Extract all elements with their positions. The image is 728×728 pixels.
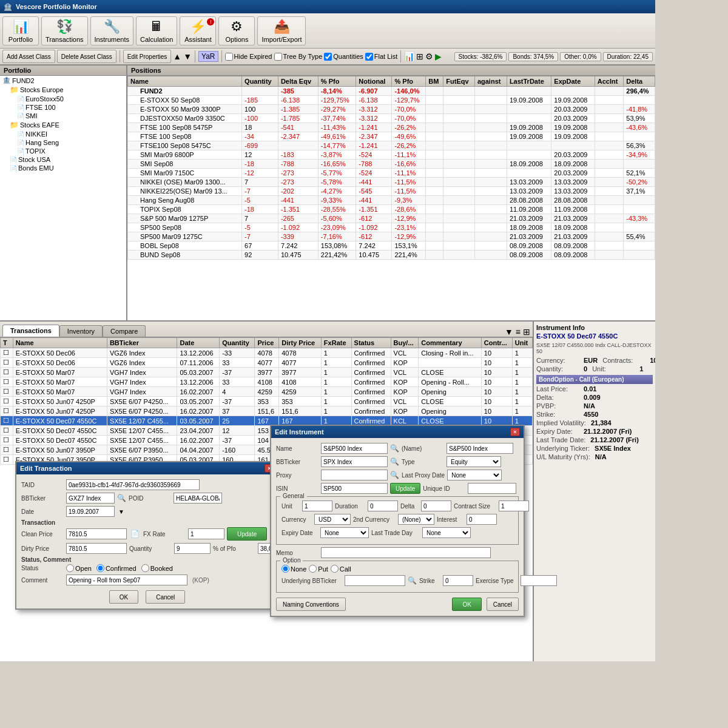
status-booked-option[interactable]: Booked bbox=[141, 564, 173, 572]
position-row[interactable]: FTSE 100 Sep08 5475P18-541-11,43%-1.241-… bbox=[128, 123, 655, 132]
underlying-search-btn[interactable]: 🔍 bbox=[408, 576, 417, 585]
status-open-radio[interactable] bbox=[66, 564, 74, 572]
tree-stocks-eafe[interactable]: 📁 Stocks EAFE bbox=[0, 120, 126, 130]
tcol-bbticker[interactable]: BBTicker bbox=[107, 338, 177, 348]
poid-input[interactable] bbox=[174, 493, 222, 504]
proxy-search-btn[interactable]: 🔍 bbox=[390, 471, 399, 479]
move-down-btn[interactable]: ▼ bbox=[183, 52, 192, 61]
duration-inst-input[interactable] bbox=[368, 500, 398, 511]
tree-by-type-checkbox[interactable] bbox=[274, 53, 282, 61]
expand-btn[interactable]: ⊞ bbox=[523, 327, 530, 337]
delete-asset-class-btn[interactable]: Delete Asset Class bbox=[57, 50, 116, 63]
tab-inventory[interactable]: Inventory bbox=[59, 325, 103, 337]
tcol-quantity[interactable]: Quantity bbox=[220, 338, 255, 348]
tcol-date[interactable]: Date bbox=[177, 338, 220, 348]
option-none-radio[interactable] bbox=[281, 565, 289, 573]
col-against[interactable]: against bbox=[474, 76, 507, 87]
add-asset-class-btn[interactable]: Add Asset Class bbox=[2, 50, 55, 63]
hide-expired-check[interactable]: Hide Expired bbox=[225, 53, 272, 61]
sort-btn[interactable]: ≡ bbox=[516, 327, 521, 337]
position-row[interactable]: NIKKEI225(OSE) Mar09 13...-7-202-4,27%-5… bbox=[128, 187, 655, 196]
hide-expired-checkbox[interactable] bbox=[225, 53, 233, 61]
naming-conventions-btn[interactable]: Naming Conventions bbox=[276, 598, 346, 611]
transaction-row[interactable]: ☐E-STOXX 50 Mar07VGH7 Index05.03.2007-37… bbox=[1, 368, 533, 377]
col-quantity[interactable]: Quantity bbox=[242, 76, 278, 87]
quantities-checkbox[interactable] bbox=[324, 53, 332, 61]
move-up-btn[interactable]: ▲ bbox=[173, 52, 181, 61]
name-search-btn[interactable]: 🔍 bbox=[390, 444, 399, 453]
fxrate-input[interactable] bbox=[188, 528, 224, 539]
unique-id-input[interactable] bbox=[468, 483, 516, 494]
currency-inst-select[interactable]: USD bbox=[314, 514, 351, 525]
assistant-btn[interactable]: ⚡ Assistant ! bbox=[180, 16, 216, 46]
position-row[interactable]: SP500 Sep08-5-1.092-23,09%-1.092-23,1%18… bbox=[128, 223, 655, 232]
tcol-name[interactable]: Name bbox=[13, 338, 107, 348]
position-row[interactable]: DJESTOXX50 Mar09 3350C-100-1.785-37,74%-… bbox=[128, 114, 655, 123]
yas-btn[interactable]: YaR bbox=[198, 51, 218, 62]
tree-ftse100[interactable]: 📄 FTSE 100 bbox=[0, 103, 126, 112]
tree-hang-seng[interactable]: 📄 Hang Seng bbox=[0, 138, 126, 147]
update-price-btn[interactable]: Update bbox=[227, 527, 267, 541]
tab-transactions[interactable]: Transactions bbox=[2, 325, 59, 337]
tcol-contr[interactable]: Contr... bbox=[481, 338, 512, 348]
calculation-btn[interactable]: 🖩 Calculation bbox=[136, 16, 177, 46]
position-row[interactable]: Hang Seng Aug08-5-441-9,33%-441-9,3%28.0… bbox=[128, 196, 655, 205]
tree-topix[interactable]: 📄 TOPIX bbox=[0, 147, 126, 155]
tree-eurostoxx50[interactable]: 📄 EuroStoxx50 bbox=[0, 95, 126, 103]
portfolio-btn[interactable]: 📊 Portfolio bbox=[2, 16, 39, 46]
transaction-row[interactable]: ☐E-STOXX 50 Jun07 4250PSX5E 6/07 P4250..… bbox=[1, 406, 533, 416]
tx-ok-btn[interactable]: OK bbox=[109, 590, 138, 604]
option-call[interactable]: Call bbox=[331, 565, 351, 573]
position-row[interactable]: FTSE 100 Sep08-34-2.347-49,61%-2.347-49,… bbox=[128, 132, 655, 141]
unit-inst-input[interactable] bbox=[302, 500, 332, 511]
col-pfo1[interactable]: % Pfo bbox=[318, 76, 356, 87]
transaction-row[interactable]: ☐E-STOXX 50 Dec06VGZ6 Index13.12.2006-33… bbox=[1, 348, 533, 358]
chart-btn[interactable]: 📊 bbox=[404, 52, 414, 61]
proxy-input[interactable] bbox=[321, 470, 388, 480]
tcol-t[interactable]: T bbox=[1, 338, 13, 348]
position-row[interactable]: NIKKEI (OSE) Mar09 1300...7-273-5,78%-44… bbox=[128, 178, 655, 187]
status-confirmed-radio[interactable] bbox=[96, 564, 104, 572]
tree-smi[interactable]: 📄 SMI bbox=[0, 112, 126, 120]
name-right-input[interactable] bbox=[447, 443, 513, 454]
comment-input[interactable] bbox=[66, 575, 187, 585]
grid-btn[interactable]: ⊞ bbox=[416, 52, 423, 61]
tcol-commentary[interactable]: Commentary bbox=[419, 338, 482, 348]
status-open-option[interactable]: Open bbox=[66, 564, 92, 572]
transaction-row[interactable]: ☐E-STOXX 50 Mar07VGH7 Index13.12.2006334… bbox=[1, 377, 533, 387]
isin-update-btn[interactable]: Update bbox=[390, 483, 420, 494]
tree-stocks-europe[interactable]: 📁 Stocks Europe bbox=[0, 85, 126, 95]
status-confirmed-option[interactable]: Confirmed bbox=[96, 564, 136, 572]
taid-input[interactable] bbox=[66, 479, 200, 490]
position-row[interactable]: E-STOXX 50 Mar09 3300P100-1.385-29,27%-3… bbox=[128, 105, 655, 114]
go-btn[interactable]: ▶ bbox=[435, 52, 442, 61]
options-btn[interactable]: ⚙ Options bbox=[218, 16, 255, 46]
clean-price-input[interactable] bbox=[66, 528, 127, 539]
transaction-row[interactable]: ☐E-STOXX 50 Mar07VGH7 Index16.02.2007442… bbox=[1, 387, 533, 397]
last-trade-day-select[interactable]: None bbox=[422, 527, 471, 538]
position-row[interactable]: E-STOXX 50 Sep08-185-6.138-129,75%-6.138… bbox=[128, 96, 655, 105]
col-bm[interactable]: BM bbox=[426, 76, 443, 87]
filter-btn[interactable]: ▼ bbox=[505, 327, 513, 337]
position-row[interactable]: SMI Sep08-18-788-16,65%-788-16,6%18.09.2… bbox=[128, 160, 655, 169]
bbticker-search-icon[interactable]: 🔍 bbox=[117, 494, 126, 502]
col-notional[interactable]: Notional bbox=[356, 76, 392, 87]
tcol-fxrate[interactable]: FxRate bbox=[321, 338, 351, 348]
option-call-radio[interactable] bbox=[331, 565, 339, 573]
tcol-unit[interactable]: Unit bbox=[512, 338, 532, 348]
strike-input[interactable] bbox=[443, 575, 473, 586]
col-futeqv[interactable]: FutEqv bbox=[443, 76, 475, 87]
bbticker-inst-input[interactable] bbox=[321, 456, 388, 467]
tree-stock-usa[interactable]: 📄 Stock USA bbox=[0, 155, 126, 164]
settings-btn[interactable]: ⚙ bbox=[425, 52, 433, 61]
col-delta[interactable]: Delta bbox=[624, 76, 655, 87]
dirty-price-input[interactable] bbox=[66, 543, 127, 554]
edit-instrument-close-btn[interactable]: × bbox=[510, 428, 520, 436]
tab-compare[interactable]: Compare bbox=[103, 325, 146, 337]
interest-input[interactable] bbox=[467, 514, 497, 525]
flat-list-checkbox[interactable] bbox=[365, 53, 373, 61]
quantities-check[interactable]: Quantities bbox=[324, 53, 363, 61]
memo-input[interactable] bbox=[321, 547, 491, 558]
tcol-dirty-price[interactable]: Dirty Price bbox=[279, 338, 322, 348]
tree-fund2[interactable]: 🏦 FUND2 bbox=[0, 76, 126, 85]
